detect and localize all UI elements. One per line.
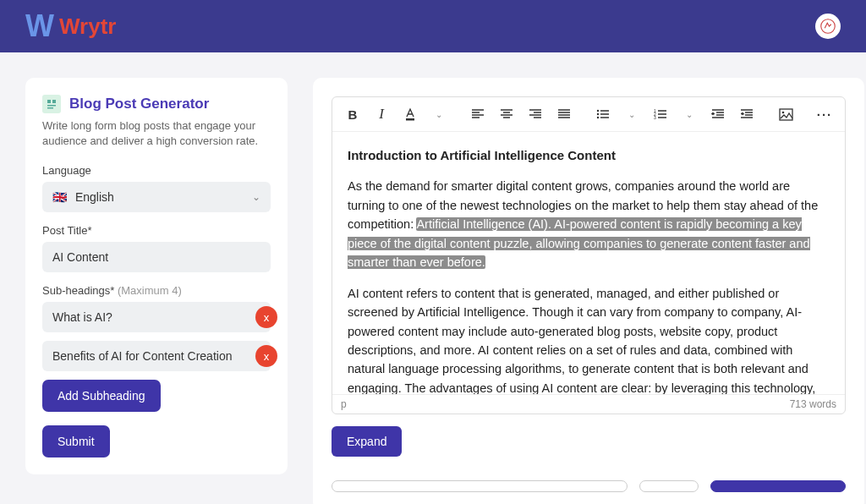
post-title-input[interactable]: AI Content	[42, 242, 271, 272]
subheading-row: What is AI? x	[42, 302, 271, 332]
color-dropdown[interactable]: ⌄	[430, 106, 447, 123]
list-dropdown[interactable]: ⌄	[623, 106, 640, 123]
tool-description: Write long form blog posts that engage y…	[42, 118, 271, 149]
bottom-actions	[332, 480, 846, 492]
editor-content[interactable]: Introduction to Artificial Intelligence …	[332, 132, 845, 394]
logo[interactable]: W Wrytr	[25, 8, 116, 44]
content-heading: Introduction to Artificial Intelligence …	[348, 145, 830, 165]
language-value: English	[75, 190, 114, 204]
subheading-input-2[interactable]: Benefits of AI for Content Creation	[42, 341, 271, 371]
avatar[interactable]	[815, 14, 841, 39]
main-area: Blog Post Generator Write long form blog…	[0, 52, 866, 504]
outdent-button[interactable]	[710, 106, 726, 123]
align-left-button[interactable]	[469, 106, 486, 123]
svg-text:3: 3	[654, 115, 656, 120]
indent-button[interactable]	[738, 106, 755, 123]
subheading-input-1[interactable]: What is AI?	[42, 302, 271, 332]
primary-action-box[interactable]	[710, 480, 846, 492]
language-label: Language	[42, 164, 271, 177]
form-panel: Blog Post Generator Write long form blog…	[25, 78, 288, 474]
svg-rect-4	[47, 107, 53, 109]
outdent-icon	[711, 108, 725, 120]
close-icon: x	[264, 311, 270, 324]
editor-statusbar: p 713 words	[332, 394, 845, 414]
chevron-down-icon: ⌄	[436, 110, 442, 119]
italic-button[interactable]: I	[373, 106, 390, 123]
editor-toolbar: B I ⌄	[332, 97, 845, 132]
text-color-button[interactable]	[402, 106, 419, 123]
blog-post-icon	[42, 95, 61, 113]
svg-point-7	[597, 113, 599, 115]
svg-point-6	[597, 110, 599, 112]
post-title-label: Post Title*	[42, 224, 271, 237]
image-button[interactable]	[777, 106, 794, 123]
flag-icon: 🇬🇧	[52, 190, 67, 204]
align-justify-button[interactable]	[556, 106, 573, 123]
submit-button[interactable]: Submit	[42, 425, 110, 457]
subheadings-label: Sub-headings* (Maximum 4)	[42, 284, 271, 297]
logo-mark: W	[25, 8, 52, 44]
more-icon: ···	[817, 107, 833, 122]
remove-subheading-button[interactable]: x	[255, 306, 277, 328]
bold-button[interactable]: B	[344, 106, 361, 123]
svg-rect-2	[52, 100, 56, 103]
element-path[interactable]: p	[341, 398, 347, 410]
svg-point-0	[821, 19, 836, 34]
subheading-row: Benefits of AI for Content Creation x	[42, 341, 271, 371]
word-count: 713 words	[790, 398, 836, 410]
svg-point-8	[597, 117, 599, 118]
text-color-icon	[403, 107, 417, 121]
close-icon: x	[264, 350, 270, 363]
remove-subheading-button[interactable]: x	[255, 345, 277, 367]
svg-rect-3	[47, 105, 56, 107]
action-box[interactable]	[332, 480, 628, 492]
language-select[interactable]: 🇬🇧 English ⌄	[42, 182, 271, 212]
align-right-button[interactable]	[527, 106, 544, 123]
app-header: W Wrytr	[0, 0, 866, 52]
align-right-icon	[529, 108, 542, 120]
action-box[interactable]	[639, 480, 699, 492]
align-left-icon	[471, 108, 485, 120]
content-paragraph: As the demand for smarter digital conten…	[348, 177, 830, 271]
indent-icon	[740, 108, 754, 120]
content-paragraph: AI content refers to content that is gen…	[348, 284, 830, 394]
tool-header: Blog Post Generator	[42, 95, 271, 113]
numbered-list-icon: 123	[654, 108, 667, 120]
bullet-list-icon	[596, 108, 610, 120]
chevron-down-icon: ⌄	[628, 110, 635, 119]
post-title-value: AI Content	[52, 250, 108, 264]
tool-title: Blog Post Generator	[69, 96, 209, 112]
chevron-down-icon: ⌄	[686, 110, 693, 119]
align-center-icon	[500, 108, 513, 120]
editor-container: B I ⌄	[332, 96, 846, 414]
more-button[interactable]: ···	[816, 106, 833, 123]
image-icon	[779, 108, 793, 121]
svg-point-13	[781, 111, 784, 113]
bullet-list-button[interactable]	[595, 106, 611, 123]
add-subheading-button[interactable]: Add Subheading	[42, 380, 161, 412]
svg-rect-1	[47, 100, 51, 103]
svg-rect-5	[406, 118, 414, 121]
align-justify-icon	[557, 108, 571, 120]
selected-text: Artificial Intelligence (AI). AI-powered…	[348, 217, 810, 269]
align-center-button[interactable]	[498, 106, 515, 123]
numbered-list-button[interactable]: 123	[652, 106, 669, 123]
numbered-dropdown[interactable]: ⌄	[681, 106, 698, 123]
expand-button[interactable]: Expand	[332, 426, 402, 457]
avatar-icon	[820, 19, 836, 34]
logo-text: Wrytr	[59, 14, 116, 40]
chevron-down-icon: ⌄	[252, 191, 260, 203]
editor-panel: B I ⌄	[313, 78, 864, 504]
